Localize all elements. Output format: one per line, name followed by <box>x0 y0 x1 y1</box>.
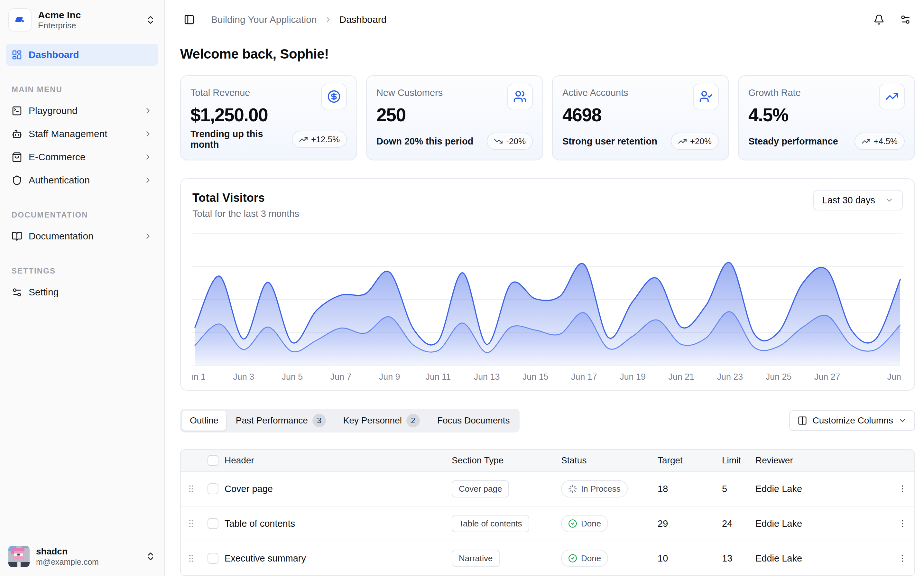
row-header-cell[interactable]: Cover page <box>225 484 452 494</box>
chevron-down-icon <box>898 416 906 425</box>
acme-logo-icon <box>8 8 32 32</box>
column-header: Target <box>658 455 722 466</box>
trend-badge: +4.5% <box>855 133 905 150</box>
svg-text:Jun 30: Jun 30 <box>887 372 903 382</box>
select-all-checkbox[interactable] <box>208 455 219 466</box>
sidebar-item-ecommerce[interactable]: E-Commerce <box>6 146 158 168</box>
breadcrumb-link[interactable]: Building Your Application <box>211 14 317 25</box>
stat-card-growth-rate: Growth Rate 4.5% Steady performance +4.5… <box>738 75 915 160</box>
sidebar-item-label: Playground <box>29 105 78 116</box>
circle-check-icon <box>568 554 577 563</box>
target-cell[interactable]: 18 <box>658 484 722 494</box>
limit-cell[interactable]: 13 <box>722 553 755 564</box>
sidebar-toggle-button[interactable] <box>180 11 198 29</box>
stat-label: Growth Rate <box>748 84 801 98</box>
svg-text:Jun 9: Jun 9 <box>379 372 400 382</box>
row-checkbox[interactable] <box>208 553 219 564</box>
svg-text:Jun 19: Jun 19 <box>620 372 646 382</box>
tab-focus-documents[interactable]: Focus Documents <box>430 411 518 430</box>
ellipsis-vertical-icon <box>898 554 907 563</box>
stat-label: New Customers <box>376 84 443 98</box>
stat-footer-text: Strong user retention <box>563 136 657 147</box>
tab-outline[interactable]: Outline <box>182 411 226 430</box>
tab-past-performance[interactable]: Past Performance 3 <box>228 411 334 430</box>
row-checkbox[interactable] <box>208 518 219 529</box>
sidebar-item-staff-management[interactable]: Staff Management <box>6 123 158 145</box>
drag-handle-icon[interactable] <box>186 554 196 563</box>
row-checkbox[interactable] <box>208 483 219 494</box>
section-type-badge: Table of contents <box>452 515 529 532</box>
svg-text:Jun 1: Jun 1 <box>192 372 206 382</box>
target-cell[interactable]: 29 <box>658 518 722 529</box>
status-badge: In Process <box>561 480 628 498</box>
app-window: Acme Inc Enterprise Dashboard MAIN MENU … <box>0 0 924 576</box>
shopping-bag-icon <box>11 152 22 163</box>
visitors-card: Total Visitors Total for the last 3 mont… <box>180 178 915 390</box>
target-cell[interactable]: 10 <box>658 553 722 564</box>
section-type-badge: Narrative <box>452 550 500 567</box>
svg-text:Jun 15: Jun 15 <box>523 372 548 382</box>
svg-text:Jun 27: Jun 27 <box>814 372 840 382</box>
customize-columns-button[interactable]: Customize Columns <box>789 410 915 431</box>
row-header-cell[interactable]: Executive summary <box>225 553 452 564</box>
columns-icon <box>798 416 807 426</box>
visitors-area-chart: Jun 1Jun 3Jun 5Jun 7Jun 9Jun 11Jun 13Jun… <box>192 230 903 384</box>
ellipsis-vertical-icon <box>898 484 907 494</box>
sidebar-group-label: SETTINGS <box>11 266 159 275</box>
table-row: Table of contents Table of contents Done… <box>181 506 914 541</box>
row-header-cell[interactable]: Table of contents <box>225 518 452 529</box>
range-select[interactable]: Last 30 days <box>813 190 903 210</box>
preferences-button[interactable] <box>896 11 914 29</box>
breadcrumb-current: Dashboard <box>339 14 387 25</box>
sidebar-item-documentation[interactable]: Documentation <box>6 225 158 247</box>
topbar: Building Your Application Dashboard <box>165 0 924 39</box>
stat-value: 4.5% <box>748 104 905 125</box>
terminal-icon <box>11 106 22 116</box>
chevrons-up-down-icon <box>145 551 156 562</box>
row-menu-button[interactable] <box>894 480 911 498</box>
limit-cell[interactable]: 24 <box>722 518 755 529</box>
limit-cell[interactable]: 5 <box>722 484 755 494</box>
row-menu-button[interactable] <box>894 549 911 567</box>
chevron-right-icon <box>324 16 333 24</box>
status-badge: Done <box>561 550 608 567</box>
table-row: Executive summary Narrative Done 10 13 E… <box>181 541 914 575</box>
settings-icon <box>11 287 22 298</box>
org-plan: Enterprise <box>38 21 81 30</box>
sidebar-item-label: Documentation <box>29 231 94 242</box>
sliders-icon <box>900 14 911 25</box>
org-switcher[interactable]: Acme Inc Enterprise <box>5 6 159 34</box>
org-name: Acme Inc <box>38 9 81 21</box>
svg-text:Jun 11: Jun 11 <box>426 372 451 382</box>
loader-icon <box>568 484 577 493</box>
reviewer-cell[interactable]: Eddie Lake <box>755 518 890 529</box>
trending-up-icon <box>299 135 308 144</box>
stat-footer-text: Steady performance <box>748 136 838 147</box>
sidebar-item-label: E-Commerce <box>29 152 86 163</box>
status-badge: Done <box>561 515 608 532</box>
chevron-right-icon <box>144 152 152 162</box>
panel-left-icon <box>184 14 195 25</box>
table-row: Cover page Cover page In Process 18 5 Ed… <box>181 471 914 506</box>
sidebar-item-dashboard[interactable]: Dashboard <box>6 44 158 66</box>
stat-card-new-customers: New Customers 250 Down 20% this period -… <box>366 75 543 160</box>
stat-value: $1,250.00 <box>190 104 347 125</box>
tab-key-personnel[interactable]: Key Personnel 2 <box>336 411 428 430</box>
sidebar-item-setting[interactable]: Setting <box>6 281 158 303</box>
drag-handle-icon[interactable] <box>186 519 196 528</box>
sidebar-item-authentication[interactable]: Authentication <box>6 169 158 191</box>
bot-icon <box>11 129 22 139</box>
stat-label: Total Revenue <box>190 84 250 98</box>
sidebar-item-playground[interactable]: Playground <box>6 100 158 122</box>
row-menu-button[interactable] <box>894 515 911 533</box>
reviewer-cell[interactable]: Eddie Lake <box>755 484 890 494</box>
reviewer-cell[interactable]: Eddie Lake <box>755 553 890 564</box>
chart-title: Total Visitors <box>192 191 299 205</box>
trending-up-icon <box>862 137 871 146</box>
circle-check-icon <box>568 519 577 528</box>
notifications-button[interactable] <box>870 11 888 29</box>
drag-handle-icon[interactable] <box>186 484 196 494</box>
chevron-down-icon <box>885 196 894 205</box>
chart-subtitle: Total for the last 3 months <box>192 208 299 219</box>
user-menu[interactable]: shadcn m@example.com <box>5 542 159 570</box>
